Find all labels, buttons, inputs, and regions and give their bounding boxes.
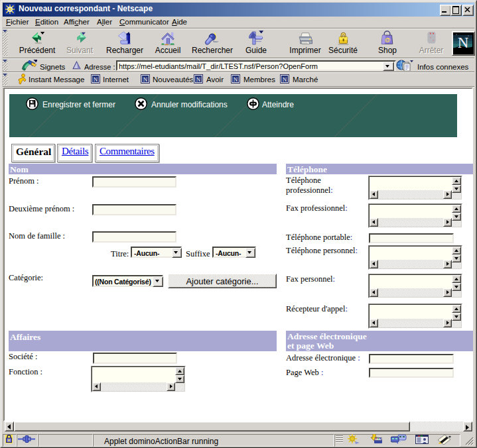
svg-text:N: N bbox=[234, 76, 238, 83]
svg-text:N: N bbox=[143, 76, 148, 83]
svg-text:N: N bbox=[458, 34, 469, 51]
svg-text:N: N bbox=[94, 76, 98, 83]
svg-text:N: N bbox=[283, 76, 287, 83]
svg-text:N: N bbox=[196, 76, 201, 83]
svg-text:@: @ bbox=[385, 36, 391, 43]
